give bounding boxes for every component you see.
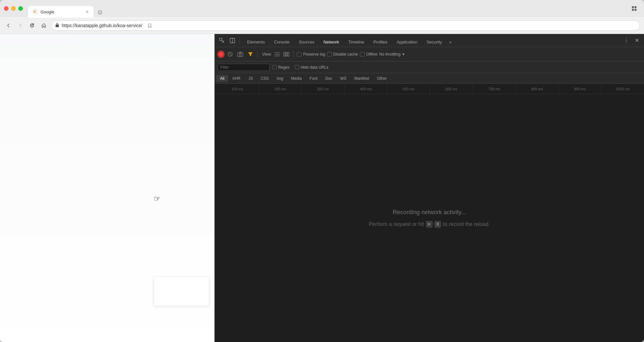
minimize-button[interactable] bbox=[11, 6, 16, 11]
offline-label: Offline bbox=[366, 52, 377, 57]
home-button[interactable] bbox=[39, 21, 48, 30]
tab-profiles[interactable]: Profiles bbox=[369, 37, 392, 47]
clear-button[interactable] bbox=[227, 51, 234, 58]
preserve-log-group: Preserve log bbox=[297, 52, 325, 57]
recording-text: Recording network activity... bbox=[393, 209, 466, 216]
tick-1000ms: 1000 ms bbox=[602, 84, 644, 94]
filter-options: Regex Hide data URLs bbox=[272, 65, 328, 70]
resource-tab-css[interactable]: CSS bbox=[257, 75, 273, 82]
tab-network[interactable]: Network bbox=[319, 37, 344, 47]
svg-line-12 bbox=[229, 53, 231, 55]
dock-button[interactable] bbox=[228, 36, 237, 45]
tick-600ms: 600 ms bbox=[430, 84, 473, 94]
svg-rect-19 bbox=[286, 52, 287, 56]
nav-bar: https://kanatapple.github.io/koa-service… bbox=[0, 17, 644, 34]
tab-favicon: G bbox=[32, 9, 38, 15]
inspect-element-button[interactable] bbox=[217, 36, 227, 45]
resource-type-tabs: All XHR JS CSS Img Media Font Doc WS Man… bbox=[215, 73, 644, 84]
browser-tab[interactable]: G Google ✕ bbox=[28, 6, 93, 18]
svg-rect-3 bbox=[632, 6, 634, 8]
tab-title: Google bbox=[41, 9, 82, 14]
network-content-area: Recording network activity... Perform a … bbox=[215, 94, 644, 342]
record-button[interactable] bbox=[217, 51, 225, 58]
tick-500ms: 500 ms bbox=[387, 84, 430, 94]
tick-400ms: 400 ms bbox=[345, 84, 387, 94]
cmd-key: ⌘ bbox=[426, 221, 432, 228]
disable-cache-checkbox[interactable] bbox=[327, 52, 332, 57]
forward-button[interactable] bbox=[16, 21, 25, 30]
timeline-header: 100 ms 200 ms 300 ms 400 ms 500 ms 600 m… bbox=[215, 84, 644, 94]
offline-checkbox[interactable] bbox=[360, 52, 364, 57]
bookmark-button[interactable] bbox=[145, 21, 154, 30]
new-tab-button[interactable] bbox=[95, 8, 105, 17]
tab-application[interactable]: Application bbox=[392, 37, 422, 47]
address-bar[interactable]: https://kanatapple.github.io/koa-service… bbox=[51, 20, 640, 31]
extensions-icon[interactable] bbox=[630, 4, 639, 13]
resource-tab-img[interactable]: Img bbox=[273, 75, 287, 82]
url-text: https://kanatapple.github.io/koa-service… bbox=[62, 23, 143, 28]
filter-input[interactable] bbox=[217, 64, 270, 71]
back-button[interactable] bbox=[4, 21, 13, 30]
resource-tab-all[interactable]: All bbox=[216, 75, 228, 82]
regex-checkbox[interactable] bbox=[272, 65, 277, 69]
preserve-log-checkbox[interactable] bbox=[297, 52, 301, 57]
hide-data-urls-checkbox[interactable] bbox=[295, 65, 299, 69]
view-list-button[interactable] bbox=[274, 51, 281, 58]
throttle-arrow: ▾ bbox=[402, 52, 404, 57]
svg-rect-13 bbox=[238, 53, 243, 57]
hide-data-urls-option: Hide data URLs bbox=[295, 65, 329, 70]
screenshot-button[interactable] bbox=[236, 50, 245, 59]
preserve-log-label: Preserve log bbox=[303, 52, 325, 57]
tick-900ms: 900 ms bbox=[559, 84, 602, 94]
network-toolbar: View: bbox=[215, 47, 644, 61]
perform-request-text: Perform a request or hit ⌘ R to record t… bbox=[369, 221, 490, 228]
main-area: ☞ bbox=[0, 34, 644, 342]
resource-tab-manifest[interactable]: Manifest bbox=[350, 75, 373, 82]
resource-tab-other[interactable]: Other bbox=[373, 75, 391, 82]
title-bar: G Google ✕ bbox=[0, 0, 644, 17]
filter-button[interactable] bbox=[247, 51, 254, 58]
page-content: ☞ bbox=[0, 34, 214, 342]
tab-security[interactable]: Security bbox=[422, 37, 447, 47]
svg-rect-6 bbox=[635, 9, 636, 11]
svg-rect-8 bbox=[220, 38, 222, 41]
more-tabs-button[interactable]: » bbox=[447, 37, 454, 47]
reload-button[interactable] bbox=[27, 21, 37, 30]
svg-rect-5 bbox=[632, 9, 634, 11]
tab-elements[interactable]: Elements bbox=[243, 37, 269, 47]
tick-200ms: 200 ms bbox=[259, 84, 302, 94]
throttle-dropdown[interactable]: No throttling ▾ bbox=[379, 52, 404, 57]
throttle-label: No throttling bbox=[379, 52, 400, 57]
svg-point-14 bbox=[239, 54, 241, 56]
offline-group: Offline bbox=[360, 52, 377, 57]
white-box bbox=[154, 277, 209, 306]
hide-data-urls-label: Hide data URLs bbox=[301, 65, 329, 70]
resource-tab-doc[interactable]: Doc bbox=[321, 75, 336, 82]
devtools-close-button[interactable]: ✕ bbox=[632, 36, 641, 45]
tab-console[interactable]: Console bbox=[269, 37, 294, 47]
svg-rect-20 bbox=[288, 52, 289, 56]
filter-bar: Regex Hide data URLs bbox=[215, 61, 644, 73]
svg-rect-4 bbox=[635, 6, 636, 8]
tab-sources[interactable]: Sources bbox=[294, 37, 319, 47]
tick-100ms: 100 ms bbox=[216, 84, 259, 94]
resource-tab-ws[interactable]: WS bbox=[336, 75, 350, 82]
disable-cache-label: Disable cache bbox=[333, 52, 358, 57]
maximize-button[interactable] bbox=[18, 6, 23, 11]
devtools-menu-button[interactable]: ⋮ bbox=[622, 36, 631, 45]
resource-tab-media[interactable]: Media bbox=[287, 75, 306, 82]
browser-window: G Google ✕ bbox=[0, 0, 644, 342]
close-button[interactable] bbox=[4, 6, 8, 11]
r-key: R bbox=[434, 221, 441, 228]
resource-tab-js[interactable]: JS bbox=[245, 75, 257, 82]
view-filmstrip-button[interactable] bbox=[283, 51, 290, 58]
tab-timeline[interactable]: Timeline bbox=[344, 37, 369, 47]
resource-tab-font[interactable]: Font bbox=[306, 75, 321, 82]
resource-tab-xhr[interactable]: XHR bbox=[228, 75, 244, 82]
svg-rect-18 bbox=[284, 52, 285, 56]
tab-close-button[interactable]: ✕ bbox=[84, 9, 90, 14]
view-label: View: bbox=[262, 52, 272, 57]
devtools-panel: Elements Console Sources Network Timelin… bbox=[214, 34, 644, 342]
hand-cursor: ☞ bbox=[154, 194, 161, 203]
tick-800ms: 800 ms bbox=[516, 84, 559, 94]
